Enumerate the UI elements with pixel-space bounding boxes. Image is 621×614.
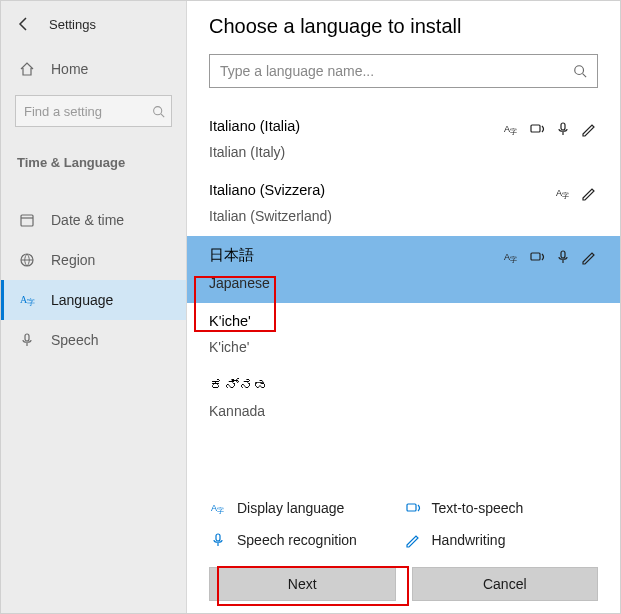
- svg-text:字: 字: [510, 256, 517, 263]
- home-icon: [17, 59, 37, 79]
- svg-rect-10: [561, 123, 565, 130]
- language-native-name: Italiano (Svizzera): [209, 182, 332, 198]
- language-item[interactable]: K'iche'K'iche': [187, 303, 620, 367]
- handwriting-icon: [580, 120, 598, 138]
- language-english-name: Italian (Switzerland): [209, 208, 332, 224]
- language-search-wrap[interactable]: [209, 54, 598, 88]
- find-setting-input-wrap[interactable]: [15, 95, 172, 127]
- legend-display-language: A字 Display language: [209, 499, 404, 517]
- sidebar-item-region[interactable]: Region: [1, 240, 186, 280]
- microphone-icon: [554, 248, 572, 266]
- language-english-name: K'iche': [209, 339, 251, 355]
- find-setting-input[interactable]: [24, 104, 163, 119]
- sidebar-item-home[interactable]: Home: [1, 49, 186, 89]
- handwriting-icon: [580, 184, 598, 202]
- language-install-panel: Choose a language to install Italiano (I…: [187, 1, 620, 613]
- legend-text-to-speech: Text-to-speech: [404, 499, 599, 517]
- language-english-name: Japanese: [209, 275, 270, 291]
- sidebar-item-label: Date & time: [51, 212, 124, 228]
- language-item[interactable]: Italiano (Italia)Italian (Italy)A字: [187, 108, 620, 172]
- display-language-icon: A字: [502, 120, 520, 138]
- language-item[interactable]: 日本語JapaneseA字: [187, 236, 620, 303]
- svg-rect-20: [216, 534, 220, 541]
- language-english-name: Kannada: [209, 403, 269, 419]
- language-english-name: Italian (Italy): [209, 144, 300, 160]
- language-item[interactable]: Italiano (Svizzera)Italian (Switzerland)…: [187, 172, 620, 236]
- svg-text:字: 字: [217, 507, 224, 514]
- language-icon: A字: [17, 290, 37, 310]
- panel-title: Choose a language to install: [187, 1, 620, 54]
- legend-handwriting: Handwriting: [404, 531, 599, 549]
- language-list[interactable]: Italiano (Italia)Italian (Italy)A字Italia…: [187, 98, 620, 489]
- sidebar-item-speech[interactable]: Speech: [1, 320, 186, 360]
- svg-rect-19: [407, 504, 416, 511]
- search-icon: [573, 64, 587, 78]
- sidebar-item-date-time[interactable]: Date & time: [1, 200, 186, 240]
- svg-rect-1: [21, 215, 33, 226]
- handwriting-icon: [580, 248, 598, 266]
- sidebar-item-label: Language: [51, 292, 113, 308]
- sidebar-item-label: Speech: [51, 332, 98, 348]
- microphone-icon: [17, 330, 37, 350]
- legend-label: Speech recognition: [237, 532, 357, 548]
- svg-text:字: 字: [562, 192, 569, 199]
- next-button[interactable]: Next: [209, 567, 396, 601]
- display-language-icon: A字: [209, 499, 227, 517]
- svg-rect-16: [561, 251, 565, 258]
- display-language-icon: A字: [502, 248, 520, 266]
- sidebar-header: Settings: [1, 5, 186, 49]
- svg-rect-15: [531, 253, 540, 260]
- sidebar-item-language[interactable]: A字 Language: [1, 280, 186, 320]
- globe-icon: [17, 250, 37, 270]
- language-native-name: Italiano (Italia): [209, 118, 300, 134]
- language-feature-icons: A字: [502, 246, 598, 266]
- cancel-button[interactable]: Cancel: [412, 567, 599, 601]
- legend-label: Text-to-speech: [432, 500, 524, 516]
- list-item-cutoff: [187, 98, 620, 108]
- button-bar: Next Cancel: [187, 557, 620, 613]
- text-to-speech-icon: [528, 248, 546, 266]
- sidebar-section-heading: Time & Language: [1, 141, 186, 178]
- legend-speech-recognition: Speech recognition: [209, 531, 404, 549]
- svg-rect-9: [531, 125, 540, 132]
- legend-label: Handwriting: [432, 532, 506, 548]
- text-to-speech-icon: [528, 120, 546, 138]
- display-language-icon: A字: [554, 184, 572, 202]
- language-feature-icons: A字: [502, 118, 598, 138]
- svg-rect-5: [25, 334, 29, 341]
- legend-label: Display language: [237, 500, 344, 516]
- svg-text:字: 字: [510, 128, 517, 135]
- sidebar-title: Settings: [49, 17, 96, 32]
- language-search-input[interactable]: [220, 63, 587, 79]
- search-icon: [152, 105, 165, 118]
- language-native-name: 日本語: [209, 246, 270, 265]
- text-to-speech-icon: [404, 499, 422, 517]
- back-button[interactable]: [13, 13, 35, 35]
- feature-legend: A字 Display language Text-to-speech Speec…: [187, 489, 620, 557]
- svg-point-6: [575, 66, 584, 75]
- calendar-icon: [17, 210, 37, 230]
- sidebar-item-label: Region: [51, 252, 95, 268]
- handwriting-icon: [404, 531, 422, 549]
- language-feature-icons: A字: [554, 182, 598, 202]
- language-native-name: K'iche': [209, 313, 251, 329]
- microphone-icon: [554, 120, 572, 138]
- language-item[interactable]: ಕನ್ನಡKannada: [187, 367, 620, 431]
- svg-point-0: [154, 106, 162, 114]
- svg-text:字: 字: [27, 298, 35, 307]
- settings-sidebar: Settings Home Time & Language Date & tim…: [1, 1, 187, 613]
- microphone-icon: [209, 531, 227, 549]
- language-native-name: ಕನ್ನಡ: [209, 377, 269, 393]
- sidebar-item-label: Home: [51, 61, 88, 77]
